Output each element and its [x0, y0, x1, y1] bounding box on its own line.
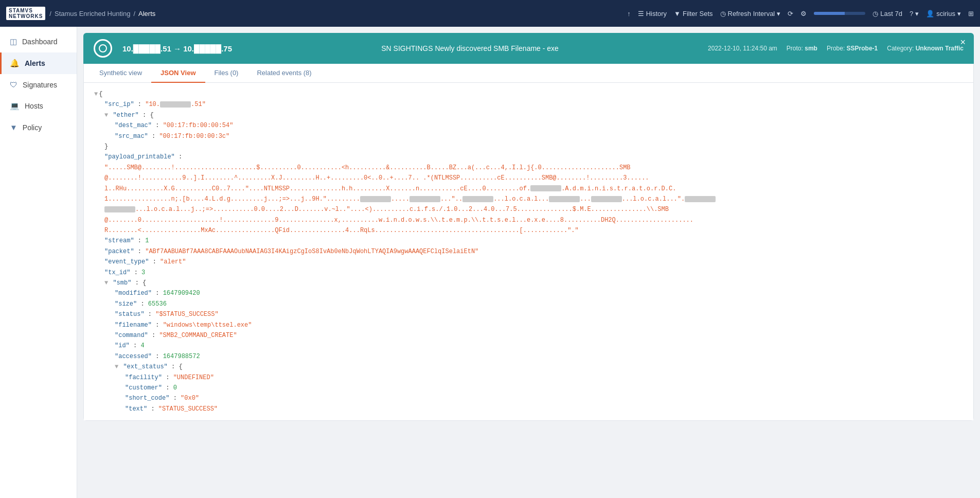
tab-related[interactable]: Related events (8): [247, 64, 320, 83]
json-payload-val4: 1.................n;.[b....4.L.d.g......…: [94, 194, 963, 204]
breadcrumb-sep1: /: [49, 10, 51, 17]
policy-icon: ▼: [10, 123, 17, 132]
sidebar-label-policy: Policy: [23, 123, 42, 132]
json-payload-val7: R........<................MxAc..........…: [94, 225, 963, 236]
alert-title: SN SIGHTINGS Newly discovered SMB Filena…: [242, 44, 698, 52]
json-short-code: "short_code" : "0x0": [94, 393, 963, 403]
json-payload-key: "payload_printable" :: [94, 152, 963, 162]
upload-icon: ↑: [627, 10, 631, 17]
json-dest-mac: "dest_mac" : "00:17:fb:00:00:54": [94, 120, 963, 131]
json-smb-key: ▼ "smb" : {: [94, 278, 963, 288]
breadcrumb-alerts[interactable]: Alerts: [138, 10, 155, 17]
dashboard-icon: ◫: [10, 37, 17, 46]
refresh-icon: ⟳: [788, 10, 793, 17]
json-modified: "modified" : 1647909420: [94, 288, 963, 298]
apps-button[interactable]: ⊞: [968, 10, 974, 17]
json-tx-id: "tx_id" : 3: [94, 268, 963, 278]
calendar-icon: ◷: [872, 10, 878, 17]
json-event-type: "event_type" : "alert": [94, 257, 963, 267]
json-id: "id" : 4: [94, 341, 963, 351]
tab-json[interactable]: JSON View: [151, 64, 205, 83]
history-icon: ☰: [638, 10, 644, 17]
json-src-mac: "src_mac" : "00:17:fb:00:00:3c": [94, 131, 963, 141]
shield-icon: 🛡: [10, 80, 17, 89]
sidebar-item-hosts[interactable]: 💻 Hosts: [0, 95, 77, 117]
json-facility: "facility" : "UNDEFINED": [94, 372, 963, 383]
detail-panel: Synthetic view JSON View Files (0) Relat…: [83, 64, 974, 421]
json-view-panel: ▼{ "src_ip" : "10..51" ▼ "ether" : { "de…: [84, 83, 973, 420]
clock-icon: ◷: [720, 10, 726, 17]
tab-files[interactable]: Files (0): [205, 64, 248, 83]
history-label: History: [646, 10, 667, 17]
user-chevron-icon: ▾: [957, 10, 961, 17]
json-text: "text" : "STATUS_SUCCESS": [94, 404, 963, 414]
help-button[interactable]: ? ▾: [910, 10, 919, 17]
json-payload-val2: @........!...........9..].I........^....…: [94, 173, 963, 183]
json-status: "status" : "$STATUS_SUCCESS": [94, 309, 963, 319]
refresh-button[interactable]: ⟳: [788, 10, 793, 17]
json-packet: "packet" : "ABf7AABUABf7AAA8CABFAAAOubNA…: [94, 246, 963, 257]
json-payload-val6: @........0.....................!........…: [94, 215, 963, 225]
alert-probe: Probe: SSProbe-1: [827, 45, 878, 52]
sidebar-label-dashboard: Dashboard: [22, 38, 58, 46]
refresh-interval-label: Refresh Interval: [728, 10, 775, 17]
sidebar: ◫ Dashboard 🔔 Alerts 🛡 Signatures 💻 Host…: [0, 27, 77, 498]
json-customer: "customer" : 0: [94, 383, 963, 393]
json-ext-status-key: ▼ "ext_status" : {: [94, 362, 963, 372]
json-ether-close: }: [94, 141, 963, 152]
user-label: scirius: [936, 10, 955, 17]
breadcrumb-hunting[interactable]: Stamus Enriched Hunting: [55, 10, 130, 17]
close-button[interactable]: ×: [958, 37, 968, 48]
help-icon: ?: [910, 10, 913, 17]
tab-synthetic[interactable]: Synthetic view: [90, 64, 151, 83]
filter-icon: ▼: [674, 10, 681, 17]
gear-icon: ⚙: [800, 10, 807, 17]
topnav-right: ↑ ☰ History ▼ Filter Sets ◷ Refresh Inte…: [627, 10, 974, 17]
filter-sets-button[interactable]: ▼ Filter Sets: [674, 10, 712, 17]
json-payload-val5: ...l.o.c.a.l...j..;=>...........0.0....2…: [94, 204, 963, 215]
json-accessed: "accessed" : 1647988572: [94, 351, 963, 362]
bell-icon: 🔔: [10, 59, 20, 68]
filter-sets-label: Filter Sets: [683, 10, 713, 17]
upload-button[interactable]: ↑: [627, 10, 631, 17]
main-layout: ◫ Dashboard 🔔 Alerts 🛡 Signatures 💻 Host…: [0, 27, 980, 498]
tab-bar: Synthetic view JSON View Files (0) Relat…: [84, 64, 973, 83]
sidebar-item-signatures[interactable]: 🛡 Signatures: [0, 74, 77, 95]
breadcrumb-sep2: /: [133, 10, 135, 17]
alert-timestamp: 2022-12-10, 11:24:50 am: [708, 45, 777, 52]
json-payload-val1: ".....SMB@........!.....................…: [94, 163, 963, 173]
last-7d-button[interactable]: ◷ Last 7d: [872, 10, 902, 17]
settings-button[interactable]: ⚙: [800, 10, 807, 17]
logo: STAMVSNETWORKS: [6, 7, 45, 20]
user-menu[interactable]: 👤 scirius ▾: [926, 10, 961, 17]
sidebar-item-alerts[interactable]: 🔔 Alerts: [0, 52, 77, 74]
json-filename: "filename" : "windows\temp\ttsel.exe": [94, 320, 963, 330]
sidebar-label-hosts: Hosts: [25, 102, 43, 110]
last-7d-label: Last 7d: [880, 10, 902, 17]
alert-header: 10.█████.51 → 10.█████.75 SN SIGHTINGS N…: [83, 33, 974, 64]
alert-meta: 2022-12-10, 11:24:50 am Proto: smb Probe…: [708, 45, 964, 52]
alert-category: Category: Unknown Traffic: [887, 45, 964, 52]
hosts-icon: 💻: [10, 101, 20, 111]
breadcrumb: / Stamus Enriched Hunting / Alerts: [49, 10, 155, 17]
json-root-open: ▼{: [94, 89, 963, 99]
progress-bar: [814, 12, 865, 15]
sidebar-item-policy[interactable]: ▼ Policy: [0, 117, 77, 138]
progress-bar-fill: [814, 12, 845, 15]
json-command: "command" : "SMB2_COMMAND_CREATE": [94, 330, 963, 341]
alert-proto: Proto: smb: [787, 45, 817, 52]
alert-circle-inner: [99, 44, 107, 52]
json-src-ip: "src_ip" : "10..51": [94, 99, 963, 110]
logo-box: STAMVSNETWORKS: [6, 7, 45, 20]
json-size: "size" : 65536: [94, 299, 963, 309]
json-stream: "stream" : 1: [94, 236, 963, 246]
refresh-interval-button[interactable]: ◷ Refresh Interval ▾: [720, 10, 781, 17]
alert-ip-pair: 10.█████.51 → 10.█████.75: [122, 44, 232, 53]
sidebar-label-alerts: Alerts: [25, 59, 45, 67]
chevron-down-icon2: ▾: [915, 10, 919, 17]
history-button[interactable]: ☰ History: [638, 10, 667, 17]
chevron-down-icon: ▾: [777, 10, 780, 17]
sidebar-item-dashboard[interactable]: ◫ Dashboard: [0, 31, 77, 52]
top-navigation: STAMVSNETWORKS / Stamus Enriched Hunting…: [0, 0, 980, 27]
sidebar-label-signatures: Signatures: [23, 81, 57, 89]
